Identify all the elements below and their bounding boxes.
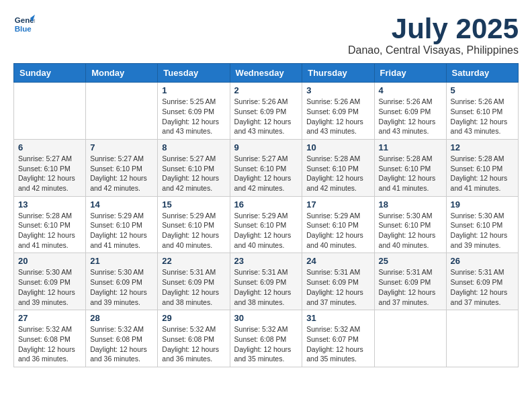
day-of-week-header: Friday [374,64,446,83]
day-number: 20 [18,256,81,266]
calendar-day-cell [14,83,86,140]
day-info: Sunrise: 5:31 AM Sunset: 6:09 PM Dayligh… [451,267,514,307]
day-info: Sunrise: 5:26 AM Sunset: 6:09 PM Dayligh… [234,97,298,136]
subtitle: Danao, Central Visayas, Philippines [348,44,519,56]
day-of-week-header: Wednesday [230,64,302,83]
day-info: Sunrise: 5:27 AM Sunset: 6:10 PM Dayligh… [90,154,153,193]
day-number: 27 [18,313,81,323]
calendar-table: SundayMondayTuesdayWednesdayThursdayFrid… [13,63,519,367]
day-of-week-header: Sunday [14,64,86,83]
day-number: 13 [18,199,81,210]
day-info: Sunrise: 5:30 AM Sunset: 6:09 PM Dayligh… [90,267,153,307]
logo-icon: General Blue [13,13,35,35]
day-info: Sunrise: 5:28 AM Sunset: 6:10 PM Dayligh… [18,211,81,250]
calendar-day-cell: 17Sunrise: 5:29 AM Sunset: 6:10 PM Dayli… [302,196,374,253]
day-info: Sunrise: 5:31 AM Sunset: 6:09 PM Dayligh… [306,267,369,307]
calendar-day-cell: 23Sunrise: 5:31 AM Sunset: 6:09 PM Dayli… [230,253,302,310]
calendar-day-cell [446,310,518,367]
day-of-week-header: Tuesday [158,64,230,83]
day-info: Sunrise: 5:30 AM Sunset: 6:10 PM Dayligh… [379,211,442,250]
day-info: Sunrise: 5:32 AM Sunset: 6:07 PM Dayligh… [306,324,369,364]
day-number: 28 [90,313,153,323]
day-info: Sunrise: 5:29 AM Sunset: 6:10 PM Dayligh… [306,211,369,250]
calendar-day-cell: 6Sunrise: 5:27 AM Sunset: 6:10 PM Daylig… [14,139,86,196]
calendar-day-cell: 26Sunrise: 5:31 AM Sunset: 6:09 PM Dayli… [446,253,518,310]
day-number: 17 [306,199,369,210]
day-info: Sunrise: 5:30 AM Sunset: 6:10 PM Dayligh… [451,211,514,250]
day-info: Sunrise: 5:27 AM Sunset: 6:10 PM Dayligh… [234,154,298,193]
day-info: Sunrise: 5:32 AM Sunset: 6:08 PM Dayligh… [18,324,81,364]
calendar-day-cell [86,83,158,140]
calendar-day-cell: 14Sunrise: 5:29 AM Sunset: 6:10 PM Dayli… [86,196,158,253]
day-info: Sunrise: 5:29 AM Sunset: 6:10 PM Dayligh… [162,211,225,250]
calendar-day-cell: 2Sunrise: 5:26 AM Sunset: 6:09 PM Daylig… [230,83,302,140]
day-number: 11 [379,142,442,152]
calendar-day-cell: 22Sunrise: 5:31 AM Sunset: 6:09 PM Dayli… [158,253,230,310]
svg-text:Blue: Blue [15,25,32,33]
day-info: Sunrise: 5:32 AM Sunset: 6:08 PM Dayligh… [162,324,225,364]
day-number: 18 [379,199,442,210]
calendar-day-cell: 12Sunrise: 5:28 AM Sunset: 6:10 PM Dayli… [446,139,518,196]
day-info: Sunrise: 5:31 AM Sunset: 6:09 PM Dayligh… [379,267,442,307]
calendar-week-row: 13Sunrise: 5:28 AM Sunset: 6:10 PM Dayli… [14,196,519,253]
day-number: 12 [451,142,514,152]
day-number: 2 [234,85,298,95]
day-info: Sunrise: 5:30 AM Sunset: 6:09 PM Dayligh… [18,267,81,307]
title-block: July 2025 Danao, Central Visayas, Philip… [348,13,519,56]
day-number: 5 [451,85,514,95]
day-number: 1 [162,85,225,95]
day-info: Sunrise: 5:29 AM Sunset: 6:10 PM Dayligh… [90,211,153,250]
day-info: Sunrise: 5:31 AM Sunset: 6:09 PM Dayligh… [234,267,298,307]
day-info: Sunrise: 5:26 AM Sunset: 6:10 PM Dayligh… [451,97,514,136]
calendar-day-cell: 7Sunrise: 5:27 AM Sunset: 6:10 PM Daylig… [86,139,158,196]
day-info: Sunrise: 5:31 AM Sunset: 6:09 PM Dayligh… [162,267,225,307]
day-info: Sunrise: 5:32 AM Sunset: 6:08 PM Dayligh… [90,324,153,364]
day-number: 25 [379,256,442,266]
calendar-day-cell: 4Sunrise: 5:26 AM Sunset: 6:09 PM Daylig… [374,83,446,140]
day-number: 10 [306,142,369,152]
day-number: 9 [234,142,298,152]
calendar-day-cell: 28Sunrise: 5:32 AM Sunset: 6:08 PM Dayli… [86,310,158,367]
day-info: Sunrise: 5:27 AM Sunset: 6:10 PM Dayligh… [162,154,225,193]
day-number: 30 [234,313,298,323]
day-number: 22 [162,256,225,266]
day-info: Sunrise: 5:25 AM Sunset: 6:09 PM Dayligh… [162,97,225,136]
calendar-day-cell: 15Sunrise: 5:29 AM Sunset: 6:10 PM Dayli… [158,196,230,253]
day-info: Sunrise: 5:26 AM Sunset: 6:09 PM Dayligh… [379,97,442,136]
day-of-week-header: Saturday [446,64,518,83]
day-number: 7 [90,142,153,152]
calendar-header-row: SundayMondayTuesdayWednesdayThursdayFrid… [14,64,519,83]
day-number: 31 [306,313,369,323]
logo: General Blue [13,13,35,35]
calendar-day-cell: 31Sunrise: 5:32 AM Sunset: 6:07 PM Dayli… [302,310,374,367]
calendar-day-cell: 3Sunrise: 5:26 AM Sunset: 6:09 PM Daylig… [302,83,374,140]
day-number: 26 [451,256,514,266]
day-number: 4 [379,85,442,95]
calendar-day-cell: 30Sunrise: 5:32 AM Sunset: 6:08 PM Dayli… [230,310,302,367]
day-number: 21 [90,256,153,266]
calendar-day-cell: 11Sunrise: 5:28 AM Sunset: 6:10 PM Dayli… [374,139,446,196]
calendar-day-cell: 27Sunrise: 5:32 AM Sunset: 6:08 PM Dayli… [14,310,86,367]
day-info: Sunrise: 5:26 AM Sunset: 6:09 PM Dayligh… [306,97,369,136]
calendar-day-cell [374,310,446,367]
calendar-day-cell: 29Sunrise: 5:32 AM Sunset: 6:08 PM Dayli… [158,310,230,367]
calendar-day-cell: 19Sunrise: 5:30 AM Sunset: 6:10 PM Dayli… [446,196,518,253]
day-number: 3 [306,85,369,95]
calendar-day-cell: 8Sunrise: 5:27 AM Sunset: 6:10 PM Daylig… [158,139,230,196]
calendar-day-cell: 16Sunrise: 5:29 AM Sunset: 6:10 PM Dayli… [230,196,302,253]
day-info: Sunrise: 5:27 AM Sunset: 6:10 PM Dayligh… [18,154,81,193]
day-info: Sunrise: 5:29 AM Sunset: 6:10 PM Dayligh… [234,211,298,250]
day-number: 16 [234,199,298,210]
calendar-week-row: 20Sunrise: 5:30 AM Sunset: 6:09 PM Dayli… [14,253,519,310]
calendar-day-cell: 24Sunrise: 5:31 AM Sunset: 6:09 PM Dayli… [302,253,374,310]
day-info: Sunrise: 5:28 AM Sunset: 6:10 PM Dayligh… [306,154,369,193]
page-header: General Blue July 2025 Danao, Central Vi… [13,13,519,56]
day-number: 23 [234,256,298,266]
day-of-week-header: Thursday [302,64,374,83]
day-info: Sunrise: 5:28 AM Sunset: 6:10 PM Dayligh… [451,154,514,193]
calendar-day-cell: 21Sunrise: 5:30 AM Sunset: 6:09 PM Dayli… [86,253,158,310]
calendar-week-row: 6Sunrise: 5:27 AM Sunset: 6:10 PM Daylig… [14,139,519,196]
day-info: Sunrise: 5:28 AM Sunset: 6:10 PM Dayligh… [379,154,442,193]
day-number: 19 [451,199,514,210]
day-number: 15 [162,199,225,210]
